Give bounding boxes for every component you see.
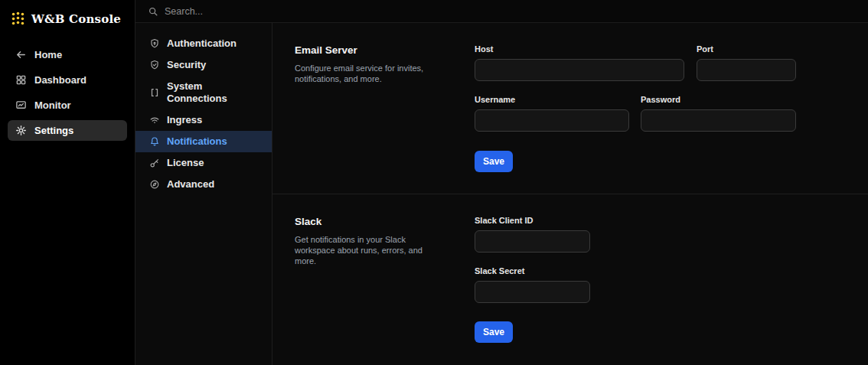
username-label: Username	[475, 95, 629, 104]
settings-content: Email Server Configure email service for…	[272, 23, 868, 365]
slack-client-id-label: Slack Client ID	[475, 216, 590, 225]
sidebar-item-settings[interactable]: Settings	[8, 120, 127, 141]
sidebar-item-label: Home	[34, 49, 62, 60]
app-root: W&B Console Home Dashboard	[0, 0, 868, 365]
dashboard-grid-icon	[15, 74, 27, 86]
port-label: Port	[697, 44, 796, 54]
sidebar-item-dashboard[interactable]: Dashboard	[8, 70, 127, 90]
subnav-item-license[interactable]: License	[135, 152, 272, 174]
slack-save-button[interactable]: Save	[475, 321, 513, 343]
email-server-section: Email Server Configure email service for…	[272, 23, 868, 194]
wandb-logo-icon	[11, 11, 25, 26]
key-icon	[149, 158, 160, 168]
section-description: Configure email service for invites, not…	[295, 63, 444, 84]
subnav-item-label: Notifications	[167, 135, 227, 148]
password-label: Password	[641, 95, 796, 104]
subnav-item-notifications[interactable]: Notifications	[135, 131, 272, 152]
app-title: W&B Console	[31, 12, 121, 26]
sidebar-item-monitor[interactable]: Monitor	[8, 95, 127, 116]
subnav-item-label: License	[167, 157, 204, 169]
subnav-item-security[interactable]: Security	[135, 54, 272, 76]
subnav-item-label: System Connections	[167, 80, 258, 105]
section-description: Get notifications in your Slack workspac…	[295, 234, 444, 266]
slack-section: Slack Get notifications in your Slack wo…	[272, 194, 868, 364]
arrow-left-icon	[15, 49, 27, 60]
subnav-item-ingress[interactable]: Ingress	[135, 109, 272, 131]
brand: W&B Console	[8, 10, 127, 28]
section-title: Email Server	[295, 44, 444, 56]
shield-check-icon	[149, 60, 160, 70]
section-title: Slack	[295, 216, 444, 227]
topbar: Search...	[135, 0, 868, 23]
username-input[interactable]	[475, 109, 629, 132]
subnav-item-label: Ingress	[167, 114, 202, 126]
shield-icon	[149, 38, 160, 49]
sidebar-nav: Home Dashboard Monitor	[8, 44, 127, 141]
email-save-button[interactable]: Save	[475, 151, 513, 172]
subnav-item-system-connections[interactable]: System Connections	[135, 76, 272, 109]
search-input[interactable]: Search...	[165, 6, 203, 17]
slack-secret-input[interactable]	[475, 281, 590, 303]
sidebar-item-label: Monitor	[34, 99, 71, 111]
slack-info: Slack Get notifications in your Slack wo…	[295, 216, 475, 343]
subnav-item-label: Advanced	[167, 178, 214, 191]
subnav-item-label: Security	[167, 59, 206, 71]
gear-icon	[15, 125, 27, 136]
slack-client-id-input[interactable]	[475, 230, 590, 253]
subnav-item-label: Authentication	[167, 37, 237, 50]
brackets-icon	[149, 87, 160, 98]
search-icon	[148, 6, 158, 17]
monitor-icon	[15, 99, 27, 111]
slack-secret-label: Slack Secret	[475, 266, 590, 275]
main-area: Search... Authentication	[135, 0, 868, 365]
port-input[interactable]	[697, 59, 796, 81]
email-server-form: Host Port Username	[475, 44, 796, 172]
slack-form: Slack Client ID Slack Secret Save	[475, 216, 590, 343]
wifi-icon	[149, 115, 160, 125]
settings-subnav: Authentication Security	[135, 23, 272, 365]
compass-icon	[149, 179, 160, 190]
main-sidebar: W&B Console Home Dashboard	[0, 0, 135, 365]
sidebar-item-home[interactable]: Home	[8, 44, 127, 65]
password-input[interactable]	[641, 109, 796, 132]
bell-icon	[149, 136, 160, 147]
host-label: Host	[475, 44, 684, 54]
subnav-item-advanced[interactable]: Advanced	[135, 174, 272, 195]
sidebar-item-label: Dashboard	[34, 74, 86, 86]
sidebar-item-label: Settings	[34, 125, 73, 136]
subnav-item-authentication[interactable]: Authentication	[135, 33, 272, 54]
email-server-info: Email Server Configure email service for…	[295, 44, 475, 172]
host-input[interactable]	[475, 59, 684, 81]
